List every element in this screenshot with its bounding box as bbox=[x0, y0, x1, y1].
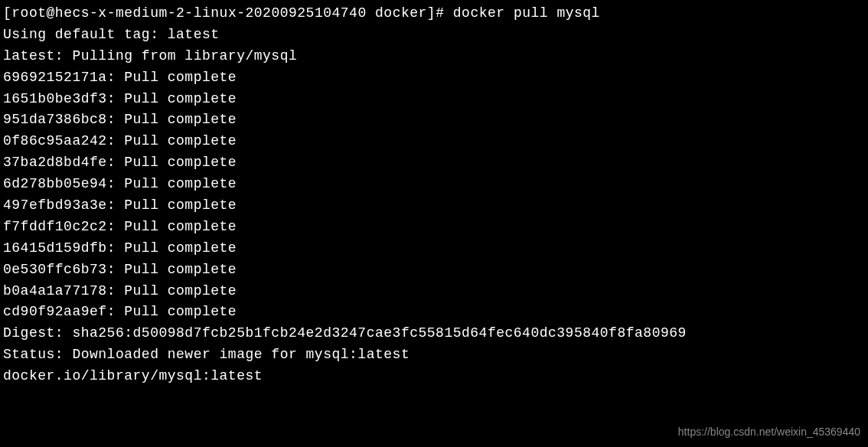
layer-status: Pull complete bbox=[124, 240, 237, 256]
layer-line-7: f7fddf10c2c2: Pull complete bbox=[3, 217, 865, 238]
layer-id: b0a4a1a77178 bbox=[3, 283, 107, 299]
layer-line-0: 69692152171a: Pull complete bbox=[3, 67, 865, 89]
layer-line-1: 1651b0be3df3: Pull complete bbox=[3, 89, 865, 110]
layer-status: Pull complete bbox=[124, 133, 237, 148]
layer-line-11: cd90f92aa9ef: Pull complete bbox=[3, 302, 865, 323]
prompt-line: [root@hecs-x-medium-2-linux-202009251047… bbox=[3, 3, 865, 24]
layer-status: Pull complete bbox=[124, 283, 237, 299]
prompt-space bbox=[367, 5, 375, 21]
layer-id: 37ba2d8bd4fe bbox=[3, 155, 107, 170]
prompt-cwd: docker bbox=[375, 5, 427, 21]
layer-id: cd90f92aa9ef bbox=[3, 304, 107, 319]
layer-status: Pull complete bbox=[124, 70, 237, 85]
pulling-line: latest: Pulling from library/mysql bbox=[3, 46, 865, 67]
layer-status: Pull complete bbox=[124, 262, 237, 277]
layer-id: 951da7386bc8 bbox=[3, 112, 107, 127]
layer-status: Pull complete bbox=[124, 155, 237, 170]
layer-id: 1651b0be3df3 bbox=[3, 91, 107, 106]
watermark-text: https://blog.csdn.net/weixin_45369440 bbox=[678, 424, 860, 441]
layer-line-3: 0f86c95aa242: Pull complete bbox=[3, 131, 865, 152]
image-ref-line: docker.io/library/mysql:latest bbox=[3, 366, 865, 387]
layer-line-4: 37ba2d8bd4fe: Pull complete bbox=[3, 152, 865, 174]
prompt-close: ] bbox=[427, 5, 436, 21]
prompt-space2 bbox=[444, 5, 452, 21]
layer-status: Pull complete bbox=[124, 219, 237, 234]
layer-id: 16415d159dfb bbox=[3, 240, 107, 256]
layer-status: Pull complete bbox=[124, 197, 237, 213]
layer-id: 6d278bb05e94 bbox=[3, 176, 107, 191]
layer-status: Pull complete bbox=[124, 304, 237, 319]
layer-id: 69692152171a bbox=[3, 70, 107, 85]
tag-line: Using default tag: latest bbox=[3, 24, 865, 46]
layer-id: 0f86c95aa242 bbox=[3, 133, 107, 148]
layer-id: 0e530ffc6b73 bbox=[3, 262, 107, 277]
layer-line-2: 951da7386bc8: Pull complete bbox=[3, 109, 865, 131]
layer-line-8: 16415d159dfb: Pull complete bbox=[3, 238, 865, 259]
status-line: Status: Downloaded newer image for mysql… bbox=[3, 344, 865, 366]
layer-status: Pull complete bbox=[124, 176, 237, 191]
prompt-host: hecs-x-medium-2-linux-20200925104740 bbox=[55, 5, 367, 21]
layer-line-10: b0a4a1a77178: Pull complete bbox=[3, 281, 865, 302]
layer-status: Pull complete bbox=[124, 91, 237, 106]
prompt-user: root bbox=[11, 5, 46, 21]
layer-id: f7fddf10c2c2 bbox=[3, 219, 107, 234]
layer-line-6: 497efbd93a3e: Pull complete bbox=[3, 195, 865, 217]
layer-status: Pull complete bbox=[124, 112, 237, 127]
prompt-open: [ bbox=[3, 5, 11, 21]
layer-line-9: 0e530ffc6b73: Pull complete bbox=[3, 259, 865, 281]
digest-line: Digest: sha256:d50098d7fcb25b1fcb24e2d32… bbox=[3, 323, 865, 344]
command-text: docker pull mysql bbox=[453, 5, 600, 21]
layer-id: 497efbd93a3e bbox=[3, 197, 107, 213]
prompt-symbol: # bbox=[436, 5, 444, 21]
layer-line-5: 6d278bb05e94: Pull complete bbox=[3, 174, 865, 195]
prompt-at: @ bbox=[47, 5, 55, 21]
